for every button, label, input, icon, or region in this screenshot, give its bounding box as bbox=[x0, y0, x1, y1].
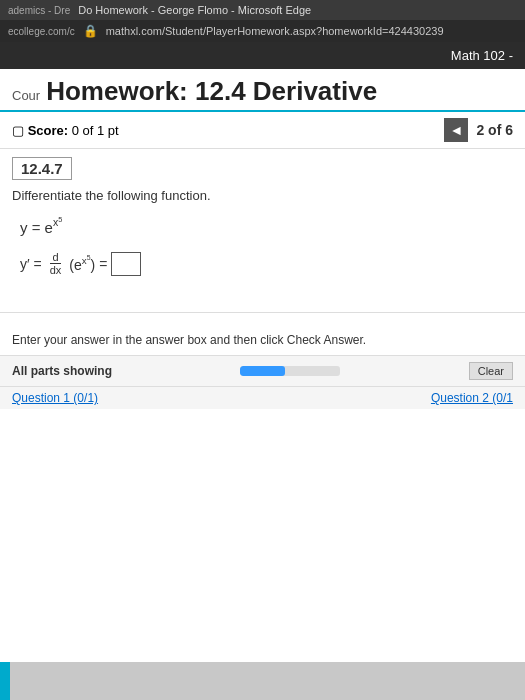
question-number-badge: 12.4.7 bbox=[12, 157, 72, 180]
other-site-label: ecollege.com/c bbox=[8, 26, 75, 37]
all-parts-label: All parts showing bbox=[12, 364, 112, 378]
answer-input-box[interactable] bbox=[111, 252, 141, 276]
nav-left-button[interactable]: ◄ bbox=[444, 118, 468, 142]
question-text: Differentiate the following function. bbox=[12, 188, 513, 203]
derivative-formula: y′ = d dx (ex5) = bbox=[12, 251, 513, 276]
question-counter: 2 of 6 bbox=[476, 122, 513, 138]
course-label: Cour bbox=[12, 88, 40, 103]
score-display: ▢ Score: 0 of 1 pt bbox=[12, 121, 119, 139]
questions-nav: Question 1 (0/1) Question 2 (0/1 bbox=[0, 386, 525, 409]
score-label: ▢ Score: 0 of 1 pt bbox=[12, 123, 119, 138]
paren-open: (ex5) bbox=[69, 254, 95, 273]
derivative-prefix: y′ = bbox=[20, 256, 42, 272]
browser-title: Do Homework - George Flomo - Microsoft E… bbox=[78, 4, 311, 16]
progress-bar bbox=[240, 366, 340, 376]
function-display: y = ex5 bbox=[12, 215, 513, 236]
progress-bar-fill bbox=[240, 366, 285, 376]
lock-icon: 🔒 bbox=[83, 24, 98, 38]
question-2-link[interactable]: Question 2 (0/1 bbox=[431, 391, 513, 405]
math-header: Math 102 - bbox=[0, 42, 525, 69]
math-course-label: Math 102 - bbox=[451, 48, 513, 63]
other-tab-label: ademics - Dre bbox=[8, 5, 70, 16]
equals-sign: = bbox=[99, 256, 107, 272]
fraction-d-dx: d dx bbox=[48, 251, 64, 276]
question-1-link[interactable]: Question 1 (0/1) bbox=[12, 391, 98, 405]
homework-title: Homework: 12.4 Derivative bbox=[46, 77, 377, 106]
clear-button[interactable]: Clear bbox=[469, 362, 513, 380]
hint-text: Enter your answer in the answer box and … bbox=[0, 312, 525, 355]
address-bar[interactable]: mathxl.com/Student/PlayerHomework.aspx?h… bbox=[106, 25, 444, 37]
